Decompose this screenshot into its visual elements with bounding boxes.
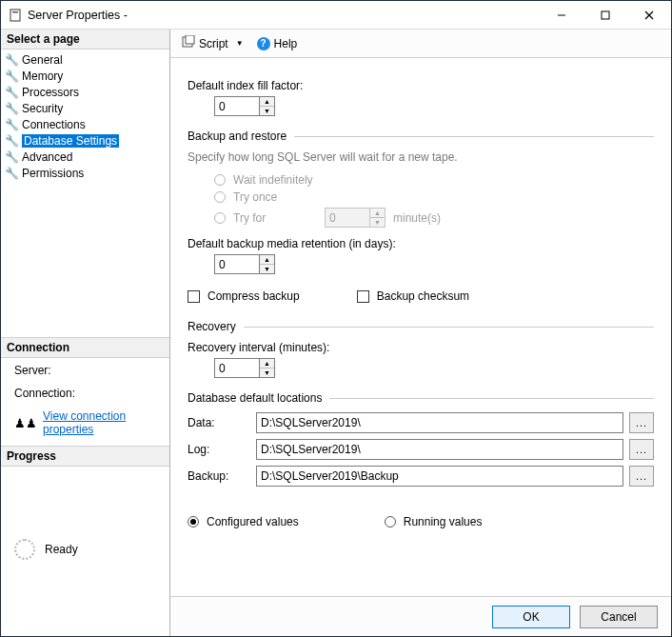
radio-icon xyxy=(214,212,226,224)
server-icon xyxy=(9,9,22,22)
fill-factor-label: Default index fill factor: xyxy=(188,79,654,92)
radio-icon xyxy=(214,191,226,203)
try-for-label: Try for xyxy=(233,211,317,225)
progress-head: Progress xyxy=(1,446,169,467)
progress-spinner-icon xyxy=(14,539,35,560)
toolbar: Script ▼ ? Help xyxy=(170,30,671,58)
retention-spinbox[interactable]: ▲ ▼ xyxy=(214,254,275,274)
radio-icon xyxy=(214,174,226,186)
svg-rect-0 xyxy=(10,10,20,21)
configured-values-label: Configured values xyxy=(207,515,299,528)
try-for-input xyxy=(326,209,369,227)
cancel-label: Cancel xyxy=(601,610,636,624)
nav-label: Memory xyxy=(22,70,63,83)
fill-factor-spinbox[interactable]: ▲ ▼ xyxy=(214,96,275,116)
log-browse-button[interactable]: ... xyxy=(629,439,654,460)
nav-label: Processors xyxy=(22,86,79,99)
log-path-input[interactable] xyxy=(256,439,623,460)
data-path-input[interactable] xyxy=(256,412,623,433)
nav-label: Connections xyxy=(22,118,86,131)
nav-security[interactable]: 🔧 Security xyxy=(1,100,169,116)
data-browse-button[interactable]: ... xyxy=(629,412,654,433)
backup-label: Backup: xyxy=(188,469,250,483)
retention-label: Default backup media retention (in days)… xyxy=(188,237,654,250)
nav-permissions[interactable]: 🔧 Permissions xyxy=(1,165,169,181)
retention-input[interactable] xyxy=(215,255,259,273)
locations-head: Database default locations xyxy=(188,391,654,405)
spin-up-icon[interactable]: ▲ xyxy=(260,255,274,265)
svg-rect-3 xyxy=(602,11,609,19)
checkbox-icon xyxy=(357,290,369,303)
divider xyxy=(244,327,654,328)
close-button[interactable] xyxy=(627,1,671,30)
try-once-option: Try once xyxy=(214,190,654,204)
help-button[interactable]: ? Help xyxy=(253,35,302,52)
svg-rect-7 xyxy=(186,35,194,44)
cancel-button[interactable]: Cancel xyxy=(580,606,658,628)
fill-factor-input[interactable] xyxy=(215,97,259,115)
backup-browse-button[interactable]: ... xyxy=(629,466,654,487)
try-for-option: Try for ▲ ▼ minute(s) xyxy=(214,208,654,228)
wrench-icon: 🔧 xyxy=(5,167,18,180)
minimize-button[interactable] xyxy=(540,1,583,30)
try-once-label: Try once xyxy=(233,190,277,204)
nav-list: 🔧 General 🔧 Memory 🔧 Processors 🔧 Securi… xyxy=(1,50,169,183)
wrench-icon: 🔧 xyxy=(5,53,18,67)
help-label: Help xyxy=(274,37,298,50)
radio-icon xyxy=(188,516,199,528)
connection-icon: ♟♟ xyxy=(14,416,37,430)
server-label: Server: xyxy=(14,364,51,377)
nav-connections[interactable]: 🔧 Connections xyxy=(1,116,169,132)
spin-down-icon[interactable]: ▼ xyxy=(260,265,274,273)
connection-head: Connection xyxy=(1,337,169,358)
recovery-head: Recovery xyxy=(188,320,654,333)
wrench-icon: 🔧 xyxy=(5,134,18,148)
maximize-button[interactable] xyxy=(583,1,627,30)
divider xyxy=(329,398,654,399)
script-icon xyxy=(182,35,195,51)
spin-down-icon[interactable]: ▼ xyxy=(260,107,274,115)
script-button[interactable]: Script ▼ xyxy=(178,33,247,53)
nav-label: Security xyxy=(22,102,63,115)
backup-checksum-label: Backup checksum xyxy=(377,289,469,303)
dialog-footer: OK Cancel xyxy=(170,596,671,636)
configured-values-option[interactable]: Configured values xyxy=(188,515,299,528)
wrench-icon: 🔧 xyxy=(5,102,18,115)
script-label: Script xyxy=(199,37,228,50)
locations-grid: Data: ... Log: ... Backup: ... xyxy=(188,412,654,487)
locations-label: Database default locations xyxy=(188,391,322,405)
titlebar: Server Properties - xyxy=(1,1,671,30)
wrench-icon: 🔧 xyxy=(5,118,18,131)
nav-memory[interactable]: 🔧 Memory xyxy=(1,68,169,84)
wait-indefinitely-label: Wait indefinitely xyxy=(233,173,313,187)
compress-backup-checkbox[interactable]: Compress backup xyxy=(188,289,300,303)
backup-path-input[interactable] xyxy=(256,466,623,487)
backup-restore-label: Backup and restore xyxy=(188,129,287,143)
wait-indefinitely-option: Wait indefinitely xyxy=(214,173,654,187)
backup-checksum-checkbox[interactable]: Backup checksum xyxy=(357,289,469,303)
view-connection-properties-link[interactable]: View connection properties xyxy=(43,409,162,436)
content: Default index fill factor: ▲ ▼ Backup an… xyxy=(170,58,671,596)
spin-down-icon[interactable]: ▼ xyxy=(260,368,274,377)
backup-hint: Specify how long SQL Server will wait fo… xyxy=(188,150,654,164)
backup-restore-head: Backup and restore xyxy=(188,129,654,143)
recovery-interval-input[interactable] xyxy=(215,359,259,377)
nav-label: Permissions xyxy=(22,167,84,180)
spin-up-icon: ▲ xyxy=(370,209,385,218)
try-for-unit: minute(s) xyxy=(393,211,441,225)
ok-button[interactable]: OK xyxy=(492,606,570,628)
spin-up-icon[interactable]: ▲ xyxy=(260,97,274,107)
spin-up-icon[interactable]: ▲ xyxy=(260,359,274,368)
recovery-interval-spinbox[interactable]: ▲ ▼ xyxy=(214,358,275,378)
nav-processors[interactable]: 🔧 Processors xyxy=(1,84,169,100)
nav-general[interactable]: 🔧 General xyxy=(1,51,169,68)
ok-label: OK xyxy=(523,610,539,624)
try-for-spinbox: ▲ ▼ xyxy=(325,208,385,228)
running-values-option[interactable]: Running values xyxy=(385,515,483,528)
nav-database-settings[interactable]: 🔧 Database Settings xyxy=(1,132,169,149)
nav-advanced[interactable]: 🔧 Advanced xyxy=(1,149,169,165)
connection-label: Connection: xyxy=(14,387,75,400)
wrench-icon: 🔧 xyxy=(5,70,18,83)
recovery-label: Recovery xyxy=(188,320,236,333)
wrench-icon: 🔧 xyxy=(5,86,18,99)
